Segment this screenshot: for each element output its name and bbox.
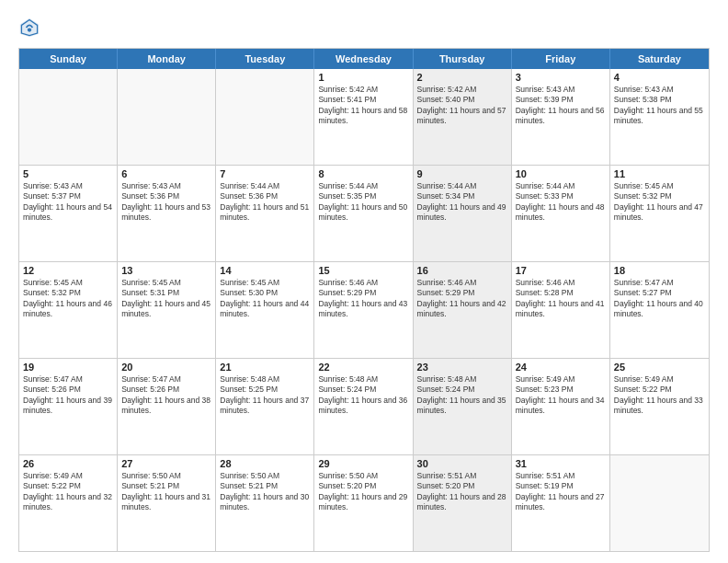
day-cell-25: 25Sunrise: 5:49 AM Sunset: 5:22 PM Dayli… (610, 359, 709, 454)
day-number: 23 (417, 362, 507, 373)
day-number: 20 (121, 362, 211, 373)
day-info: Sunrise: 5:44 AM Sunset: 5:35 PM Dayligh… (318, 181, 408, 224)
day-info: Sunrise: 5:47 AM Sunset: 5:27 PM Dayligh… (614, 278, 705, 320)
day-cell-28: 28Sunrise: 5:50 AM Sunset: 5:21 PM Dayli… (216, 455, 314, 551)
day-cell-3: 3Sunrise: 5:43 AM Sunset: 5:39 PM Daylig… (512, 69, 610, 165)
day-number: 9 (417, 168, 507, 179)
day-header-monday: Monday (118, 49, 216, 69)
day-cell-12: 12Sunrise: 5:45 AM Sunset: 5:32 PM Dayli… (19, 262, 118, 358)
day-info: Sunrise: 5:50 AM Sunset: 5:21 PM Dayligh… (121, 471, 211, 513)
empty-cell (118, 69, 216, 165)
day-info: Sunrise: 5:43 AM Sunset: 5:36 PM Dayligh… (121, 181, 211, 224)
day-cell-14: 14Sunrise: 5:45 AM Sunset: 5:30 PM Dayli… (216, 262, 314, 358)
day-info: Sunrise: 5:47 AM Sunset: 5:26 PM Dayligh… (121, 374, 211, 417)
day-info: Sunrise: 5:43 AM Sunset: 5:37 PM Dayligh… (23, 181, 113, 224)
day-info: Sunrise: 5:50 AM Sunset: 5:21 PM Dayligh… (220, 471, 310, 513)
day-cell-15: 15Sunrise: 5:46 AM Sunset: 5:29 PM Dayli… (314, 262, 413, 358)
empty-cell (610, 455, 709, 551)
svg-marker-0 (20, 18, 40, 38)
day-info: Sunrise: 5:49 AM Sunset: 5:23 PM Dayligh… (516, 374, 606, 417)
day-cell-10: 10Sunrise: 5:44 AM Sunset: 5:33 PM Dayli… (512, 166, 610, 261)
day-cell-26: 26Sunrise: 5:49 AM Sunset: 5:22 PM Dayli… (19, 455, 118, 551)
day-info: Sunrise: 5:46 AM Sunset: 5:28 PM Dayligh… (516, 278, 606, 320)
day-number: 28 (220, 458, 310, 469)
day-info: Sunrise: 5:45 AM Sunset: 5:32 PM Dayligh… (614, 181, 705, 224)
header (18, 17, 710, 39)
day-info: Sunrise: 5:42 AM Sunset: 5:40 PM Dayligh… (417, 85, 507, 127)
day-cell-20: 20Sunrise: 5:47 AM Sunset: 5:26 PM Dayli… (118, 359, 216, 454)
empty-cell (19, 69, 118, 165)
day-number: 7 (220, 168, 310, 179)
day-cell-27: 27Sunrise: 5:50 AM Sunset: 5:21 PM Dayli… (118, 455, 216, 551)
day-cell-8: 8Sunrise: 5:44 AM Sunset: 5:35 PM Daylig… (314, 166, 413, 261)
day-number: 11 (614, 168, 705, 179)
day-cell-1: 1Sunrise: 5:42 AM Sunset: 5:41 PM Daylig… (314, 69, 413, 165)
week-row-5: 26Sunrise: 5:49 AM Sunset: 5:22 PM Dayli… (19, 455, 709, 551)
day-number: 26 (23, 458, 113, 469)
day-info: Sunrise: 5:42 AM Sunset: 5:41 PM Dayligh… (318, 85, 408, 127)
day-number: 10 (516, 168, 606, 179)
calendar-header: SundayMondayTuesdayWednesdayThursdayFrid… (19, 49, 709, 69)
day-number: 3 (516, 72, 606, 83)
day-cell-21: 21Sunrise: 5:48 AM Sunset: 5:25 PM Dayli… (216, 359, 314, 454)
day-info: Sunrise: 5:48 AM Sunset: 5:24 PM Dayligh… (318, 374, 408, 417)
day-info: Sunrise: 5:43 AM Sunset: 5:38 PM Dayligh… (614, 85, 705, 127)
day-cell-23: 23Sunrise: 5:48 AM Sunset: 5:24 PM Dayli… (414, 359, 512, 454)
day-header-saturday: Saturday (610, 49, 709, 69)
day-number: 4 (614, 72, 705, 83)
day-header-thursday: Thursday (414, 49, 512, 69)
day-info: Sunrise: 5:44 AM Sunset: 5:36 PM Dayligh… (220, 181, 310, 224)
day-info: Sunrise: 5:45 AM Sunset: 5:30 PM Dayligh… (220, 278, 310, 320)
day-number: 17 (516, 265, 606, 276)
day-info: Sunrise: 5:45 AM Sunset: 5:31 PM Dayligh… (121, 278, 211, 320)
day-cell-5: 5Sunrise: 5:43 AM Sunset: 5:37 PM Daylig… (19, 166, 118, 261)
day-info: Sunrise: 5:44 AM Sunset: 5:34 PM Dayligh… (417, 181, 507, 224)
day-info: Sunrise: 5:51 AM Sunset: 5:20 PM Dayligh… (417, 471, 507, 513)
day-info: Sunrise: 5:43 AM Sunset: 5:39 PM Dayligh… (516, 85, 606, 127)
day-cell-2: 2Sunrise: 5:42 AM Sunset: 5:40 PM Daylig… (414, 69, 512, 165)
day-cell-6: 6Sunrise: 5:43 AM Sunset: 5:36 PM Daylig… (118, 166, 216, 261)
day-number: 24 (516, 362, 606, 373)
day-cell-19: 19Sunrise: 5:47 AM Sunset: 5:26 PM Dayli… (19, 359, 118, 454)
day-info: Sunrise: 5:44 AM Sunset: 5:33 PM Dayligh… (516, 181, 606, 224)
day-number: 13 (121, 265, 211, 276)
week-row-1: 1Sunrise: 5:42 AM Sunset: 5:41 PM Daylig… (19, 69, 709, 166)
day-cell-31: 31Sunrise: 5:51 AM Sunset: 5:19 PM Dayli… (512, 455, 610, 551)
day-info: Sunrise: 5:48 AM Sunset: 5:25 PM Dayligh… (220, 374, 310, 417)
svg-point-2 (28, 28, 31, 31)
day-number: 6 (121, 168, 211, 179)
day-number: 29 (318, 458, 408, 469)
day-info: Sunrise: 5:46 AM Sunset: 5:29 PM Dayligh… (417, 278, 507, 320)
day-number: 12 (23, 265, 113, 276)
day-cell-18: 18Sunrise: 5:47 AM Sunset: 5:27 PM Dayli… (610, 262, 709, 358)
day-header-wednesday: Wednesday (314, 49, 413, 69)
page: SundayMondayTuesdayWednesdayThursdayFrid… (0, 0, 728, 563)
day-number: 25 (614, 362, 705, 373)
day-number: 5 (23, 168, 113, 179)
day-cell-17: 17Sunrise: 5:46 AM Sunset: 5:28 PM Dayli… (512, 262, 610, 358)
day-cell-16: 16Sunrise: 5:46 AM Sunset: 5:29 PM Dayli… (414, 262, 512, 358)
day-info: Sunrise: 5:47 AM Sunset: 5:26 PM Dayligh… (23, 374, 113, 417)
day-cell-22: 22Sunrise: 5:48 AM Sunset: 5:24 PM Dayli… (314, 359, 413, 454)
day-cell-29: 29Sunrise: 5:50 AM Sunset: 5:20 PM Dayli… (314, 455, 413, 551)
day-cell-7: 7Sunrise: 5:44 AM Sunset: 5:36 PM Daylig… (216, 166, 314, 261)
day-number: 27 (121, 458, 211, 469)
day-cell-30: 30Sunrise: 5:51 AM Sunset: 5:20 PM Dayli… (414, 455, 512, 551)
day-number: 15 (318, 265, 408, 276)
day-cell-24: 24Sunrise: 5:49 AM Sunset: 5:23 PM Dayli… (512, 359, 610, 454)
day-number: 30 (417, 458, 507, 469)
week-row-2: 5Sunrise: 5:43 AM Sunset: 5:37 PM Daylig… (19, 166, 709, 262)
day-info: Sunrise: 5:50 AM Sunset: 5:20 PM Dayligh… (318, 471, 408, 513)
day-number: 14 (220, 265, 310, 276)
week-row-4: 19Sunrise: 5:47 AM Sunset: 5:26 PM Dayli… (19, 359, 709, 455)
day-cell-9: 9Sunrise: 5:44 AM Sunset: 5:34 PM Daylig… (414, 166, 512, 261)
day-number: 18 (614, 265, 705, 276)
day-number: 19 (23, 362, 113, 373)
day-number: 31 (516, 458, 606, 469)
empty-cell (216, 69, 314, 165)
day-number: 8 (318, 168, 408, 179)
calendar-body: 1Sunrise: 5:42 AM Sunset: 5:41 PM Daylig… (19, 69, 709, 551)
day-number: 21 (220, 362, 310, 373)
day-cell-13: 13Sunrise: 5:45 AM Sunset: 5:31 PM Dayli… (118, 262, 216, 358)
day-info: Sunrise: 5:46 AM Sunset: 5:29 PM Dayligh… (318, 278, 408, 320)
